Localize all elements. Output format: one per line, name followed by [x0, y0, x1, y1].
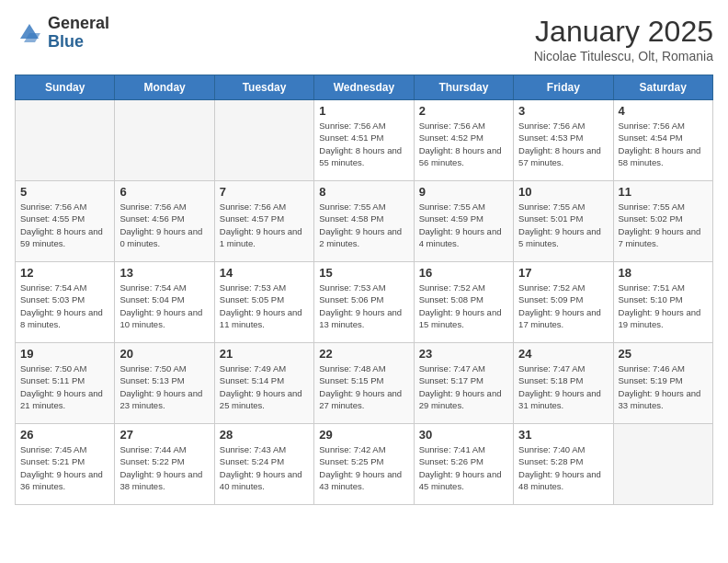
- day-info: Sunrise: 7:56 AMSunset: 4:52 PMDaylight:…: [419, 120, 508, 168]
- calendar-table: SundayMondayTuesdayWednesdayThursdayFrid…: [15, 75, 713, 505]
- calendar-cell: 19Sunrise: 7:50 AMSunset: 5:11 PMDayligh…: [16, 343, 115, 424]
- day-number: 13: [119, 266, 209, 280]
- calendar-cell: 5Sunrise: 7:56 AMSunset: 4:55 PMDaylight…: [16, 181, 115, 262]
- calendar-cell: 26Sunrise: 7:45 AMSunset: 5:21 PMDayligh…: [16, 424, 115, 505]
- day-number: 18: [619, 266, 708, 280]
- day-info: Sunrise: 7:49 AMSunset: 5:14 PMDaylight:…: [220, 362, 309, 411]
- calendar-cell: 30Sunrise: 7:41 AMSunset: 5:26 PMDayligh…: [414, 424, 513, 505]
- calendar-cell: [214, 100, 313, 181]
- day-number: 2: [419, 104, 508, 118]
- calendar-cell: 20Sunrise: 7:50 AMSunset: 5:13 PMDayligh…: [115, 343, 214, 424]
- day-header-monday: Monday: [115, 75, 214, 100]
- day-header-wednesday: Wednesday: [314, 75, 414, 100]
- day-info: Sunrise: 7:55 AMSunset: 4:58 PMDaylight:…: [319, 201, 408, 249]
- day-number: 15: [319, 266, 408, 280]
- calendar-cell: 17Sunrise: 7:52 AMSunset: 5:09 PMDayligh…: [514, 262, 613, 343]
- calendar-cell: 14Sunrise: 7:53 AMSunset: 5:05 PMDayligh…: [214, 262, 313, 343]
- day-info: Sunrise: 7:43 AMSunset: 5:24 PMDaylight:…: [220, 443, 309, 492]
- calendar-cell: 27Sunrise: 7:44 AMSunset: 5:22 PMDayligh…: [115, 424, 214, 505]
- day-info: Sunrise: 7:48 AMSunset: 5:15 PMDaylight:…: [319, 362, 408, 411]
- calendar-cell: 15Sunrise: 7:53 AMSunset: 5:06 PMDayligh…: [314, 262, 414, 343]
- day-info: Sunrise: 7:51 AMSunset: 5:10 PMDaylight:…: [619, 282, 708, 330]
- week-row-1: 1Sunrise: 7:56 AMSunset: 4:51 PMDaylight…: [16, 100, 713, 181]
- calendar-cell: 24Sunrise: 7:47 AMSunset: 5:18 PMDayligh…: [514, 343, 613, 424]
- day-info: Sunrise: 7:56 AMSunset: 4:53 PMDaylight:…: [518, 120, 608, 168]
- day-number: 23: [419, 347, 508, 361]
- calendar-cell: 21Sunrise: 7:49 AMSunset: 5:14 PMDayligh…: [214, 343, 313, 424]
- calendar-cell: 1Sunrise: 7:56 AMSunset: 4:51 PMDaylight…: [314, 100, 414, 181]
- day-header-saturday: Saturday: [613, 75, 712, 100]
- day-number: 25: [619, 347, 708, 361]
- day-info: Sunrise: 7:52 AMSunset: 5:09 PMDaylight:…: [518, 282, 608, 330]
- day-number: 7: [220, 185, 309, 199]
- day-info: Sunrise: 7:40 AMSunset: 5:28 PMDaylight:…: [518, 443, 608, 492]
- day-info: Sunrise: 7:50 AMSunset: 5:13 PMDaylight:…: [119, 362, 209, 411]
- calendar-cell: 18Sunrise: 7:51 AMSunset: 5:10 PMDayligh…: [613, 262, 712, 343]
- day-info: Sunrise: 7:47 AMSunset: 5:17 PMDaylight:…: [419, 362, 508, 411]
- page-header: General Blue January 2025 Nicolae Titule…: [15, 15, 713, 63]
- calendar-cell: 9Sunrise: 7:55 AMSunset: 4:59 PMDaylight…: [414, 181, 513, 262]
- calendar-title: January 2025: [534, 15, 713, 49]
- calendar-cell: 2Sunrise: 7:56 AMSunset: 4:52 PMDaylight…: [414, 100, 513, 181]
- day-info: Sunrise: 7:55 AMSunset: 4:59 PMDaylight:…: [419, 201, 508, 249]
- week-row-3: 12Sunrise: 7:54 AMSunset: 5:03 PMDayligh…: [16, 262, 713, 343]
- day-number: 1: [319, 104, 408, 118]
- day-header-thursday: Thursday: [414, 75, 513, 100]
- day-info: Sunrise: 7:56 AMSunset: 4:55 PMDaylight:…: [20, 201, 109, 249]
- day-number: 21: [220, 347, 309, 361]
- calendar-subtitle: Nicolae Titulescu, Olt, Romania: [534, 49, 713, 63]
- week-row-5: 26Sunrise: 7:45 AMSunset: 5:21 PMDayligh…: [16, 424, 713, 505]
- day-info: Sunrise: 7:50 AMSunset: 5:11 PMDaylight:…: [20, 362, 109, 411]
- calendar-cell: 29Sunrise: 7:42 AMSunset: 5:25 PMDayligh…: [314, 424, 414, 505]
- calendar-cell: 28Sunrise: 7:43 AMSunset: 5:24 PMDayligh…: [214, 424, 313, 505]
- calendar-cell: 13Sunrise: 7:54 AMSunset: 5:04 PMDayligh…: [115, 262, 214, 343]
- day-info: Sunrise: 7:47 AMSunset: 5:18 PMDaylight:…: [518, 362, 608, 411]
- logo-icon: [15, 20, 44, 46]
- calendar-cell: 31Sunrise: 7:40 AMSunset: 5:28 PMDayligh…: [514, 424, 613, 505]
- day-info: Sunrise: 7:45 AMSunset: 5:21 PMDaylight:…: [20, 443, 109, 492]
- day-number: 6: [119, 185, 209, 199]
- day-number: 4: [619, 104, 708, 118]
- day-info: Sunrise: 7:52 AMSunset: 5:08 PMDaylight:…: [419, 282, 508, 330]
- calendar-cell: 16Sunrise: 7:52 AMSunset: 5:08 PMDayligh…: [414, 262, 513, 343]
- day-number: 9: [419, 185, 508, 199]
- day-info: Sunrise: 7:56 AMSunset: 4:51 PMDaylight:…: [319, 120, 408, 168]
- day-info: Sunrise: 7:46 AMSunset: 5:19 PMDaylight:…: [619, 362, 708, 411]
- logo-blue-text: Blue: [48, 33, 109, 52]
- day-number: 19: [20, 347, 109, 361]
- calendar-cell: [613, 424, 712, 505]
- day-info: Sunrise: 7:44 AMSunset: 5:22 PMDaylight:…: [119, 443, 209, 492]
- day-info: Sunrise: 7:55 AMSunset: 5:02 PMDaylight:…: [619, 201, 708, 249]
- calendar-cell: 25Sunrise: 7:46 AMSunset: 5:19 PMDayligh…: [613, 343, 712, 424]
- calendar-cell: 3Sunrise: 7:56 AMSunset: 4:53 PMDaylight…: [514, 100, 613, 181]
- day-number: 11: [619, 185, 708, 199]
- day-header-tuesday: Tuesday: [214, 75, 313, 100]
- day-info: Sunrise: 7:54 AMSunset: 5:03 PMDaylight:…: [20, 282, 109, 330]
- day-number: 31: [518, 428, 608, 442]
- week-row-2: 5Sunrise: 7:56 AMSunset: 4:55 PMDaylight…: [16, 181, 713, 262]
- day-info: Sunrise: 7:56 AMSunset: 4:54 PMDaylight:…: [619, 120, 708, 168]
- day-number: 3: [518, 104, 608, 118]
- calendar-cell: [16, 100, 115, 181]
- calendar-cell: 10Sunrise: 7:55 AMSunset: 5:01 PMDayligh…: [514, 181, 613, 262]
- day-number: 12: [20, 266, 109, 280]
- day-number: 17: [518, 266, 608, 280]
- day-number: 10: [518, 185, 608, 199]
- day-info: Sunrise: 7:55 AMSunset: 5:01 PMDaylight:…: [518, 201, 608, 249]
- day-number: 26: [20, 428, 109, 442]
- calendar-cell: 7Sunrise: 7:56 AMSunset: 4:57 PMDaylight…: [214, 181, 313, 262]
- calendar-cell: 4Sunrise: 7:56 AMSunset: 4:54 PMDaylight…: [613, 100, 712, 181]
- day-info: Sunrise: 7:54 AMSunset: 5:04 PMDaylight:…: [119, 282, 209, 330]
- day-header-friday: Friday: [514, 75, 613, 100]
- day-number: 8: [319, 185, 408, 199]
- calendar-cell: 11Sunrise: 7:55 AMSunset: 5:02 PMDayligh…: [613, 181, 712, 262]
- calendar-cell: 22Sunrise: 7:48 AMSunset: 5:15 PMDayligh…: [314, 343, 414, 424]
- calendar-cell: 12Sunrise: 7:54 AMSunset: 5:03 PMDayligh…: [16, 262, 115, 343]
- day-info: Sunrise: 7:53 AMSunset: 5:05 PMDaylight:…: [220, 282, 309, 330]
- days-header-row: SundayMondayTuesdayWednesdayThursdayFrid…: [16, 75, 713, 100]
- day-info: Sunrise: 7:56 AMSunset: 4:56 PMDaylight:…: [119, 201, 209, 249]
- week-row-4: 19Sunrise: 7:50 AMSunset: 5:11 PMDayligh…: [16, 343, 713, 424]
- title-section: January 2025 Nicolae Titulescu, Olt, Rom…: [534, 15, 713, 63]
- day-number: 30: [419, 428, 508, 442]
- day-number: 20: [119, 347, 209, 361]
